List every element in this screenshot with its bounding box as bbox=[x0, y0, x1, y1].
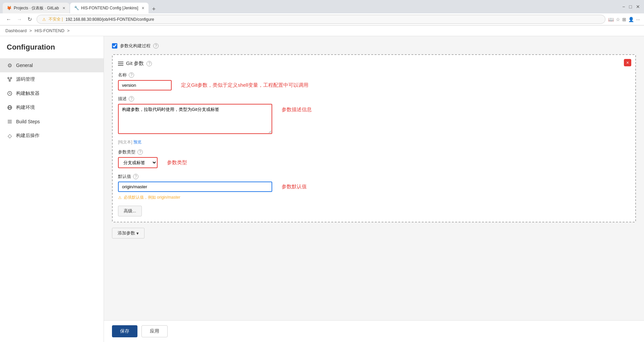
description-help-icon[interactable]: ? bbox=[129, 96, 134, 101]
description-label: 描述 ? bbox=[118, 96, 630, 102]
gear-icon: ⚙ bbox=[7, 62, 13, 68]
list-icon bbox=[7, 119, 13, 125]
default-value-annotation: 参数默认值 bbox=[282, 184, 307, 190]
sidebar-item-source[interactable]: 源码管理 bbox=[0, 72, 104, 86]
description-input-row: 构建参数，拉取代码时使用，类型为Git分支或标签 参数描述信息 bbox=[118, 104, 630, 134]
breadcrumb: Dashboard > HIS-FONTEND > bbox=[0, 25, 644, 36]
svg-line-7 bbox=[10, 93, 10, 94]
tab-close-btn[interactable]: ✕ bbox=[62, 6, 65, 10]
close-window-button[interactable]: ✕ bbox=[635, 3, 641, 11]
add-param-label: 添加参数 bbox=[118, 230, 135, 236]
name-field-group: 名称 ? 定义Git参数，类似于定义shell变量，工程配置中可以调用 bbox=[118, 72, 630, 90]
new-tab-button[interactable]: + bbox=[149, 5, 158, 13]
minimize-button[interactable]: − bbox=[621, 3, 626, 11]
preview-link[interactable]: 预览 bbox=[133, 140, 141, 144]
sidebar: Configuration ⚙ General 源码管理 构建触发器 bbox=[0, 36, 104, 342]
name-input[interactable] bbox=[118, 80, 172, 90]
tab-label: HIS-FONTEND Config [Jenkins] bbox=[81, 6, 138, 10]
card-help-icon[interactable]: ? bbox=[147, 61, 152, 66]
parametrize-row: 参数化构建过程 ? bbox=[112, 43, 636, 49]
parametrize-help-icon[interactable]: ? bbox=[153, 43, 159, 49]
preview-row: [纯文本] 预览 bbox=[118, 139, 630, 145]
tab-label: Projects · 仪表板 · GitLab bbox=[14, 5, 59, 11]
lock-icon: ⚠ bbox=[42, 17, 46, 22]
warning-text: 必填默认值，例如 origin/master bbox=[124, 195, 180, 200]
profile-icon: 👤 bbox=[628, 17, 634, 22]
name-help-icon[interactable]: ? bbox=[129, 72, 134, 78]
param-type-help-icon[interactable]: ? bbox=[137, 149, 143, 155]
window-controls: − □ ✕ bbox=[621, 3, 641, 11]
description-annotation: 参数描述信息 bbox=[282, 107, 312, 113]
param-type-annotation: 参数类型 bbox=[167, 159, 187, 166]
diamond-icon: ◇ bbox=[7, 133, 13, 139]
breadcrumb-sep2: > bbox=[67, 28, 70, 33]
forward-button[interactable]: → bbox=[15, 15, 24, 23]
param-type-select[interactable]: 分支或标签 分支 标签 修订版本 Pull Request bbox=[118, 157, 158, 168]
svg-line-3 bbox=[8, 79, 10, 80]
default-value-help-icon[interactable]: ? bbox=[133, 174, 138, 179]
svg-point-2 bbox=[9, 80, 10, 81]
parametrize-checkbox[interactable] bbox=[112, 43, 117, 49]
collections-icon: ⊞ bbox=[622, 17, 626, 22]
advanced-btn-row: 高级... bbox=[118, 206, 630, 216]
maximize-button[interactable]: □ bbox=[628, 3, 633, 11]
breadcrumb-his-fontend[interactable]: HIS-FONTEND bbox=[35, 28, 64, 33]
tab-jenkins[interactable]: 🔧 HIS-FONTEND Config [Jenkins] ✕ bbox=[70, 3, 149, 13]
default-value-label: 默认值 ? bbox=[118, 174, 630, 180]
param-type-field-group: 参数类型 ? 分支或标签 分支 标签 修订版本 Pull Request 参数类… bbox=[118, 149, 630, 168]
default-value-input[interactable] bbox=[118, 182, 272, 192]
nav-buttons: ← → ↻ bbox=[4, 15, 34, 23]
sidebar-item-build-steps[interactable]: Build Steps bbox=[0, 115, 104, 129]
bottom-actions: 保存 应用 bbox=[104, 320, 644, 342]
default-value-input-row: 参数默认值 bbox=[118, 182, 630, 192]
sidebar-item-triggers[interactable]: 构建触发器 bbox=[0, 86, 104, 100]
address-bar: ← → ↻ ⚠ 不安全 | 192.168.88.30:8080/job/HIS… bbox=[0, 13, 644, 25]
warning-icon: ⚠ bbox=[118, 195, 122, 200]
add-param-row: 添加参数 ▾ bbox=[112, 228, 636, 238]
url-prefix: 不安全 | bbox=[49, 16, 63, 22]
param-type-input-row: 分支或标签 分支 标签 修订版本 Pull Request 参数类型 bbox=[118, 157, 630, 168]
description-textarea[interactable]: 构建参数，拉取代码时使用，类型为Git分支或标签 bbox=[118, 104, 272, 134]
sidebar-item-label: Build Steps bbox=[16, 119, 40, 124]
sidebar-item-post-build[interactable]: ◇ 构建后操作 bbox=[0, 129, 104, 143]
url-text: 192.168.88.30:8080/job/HIS-FONTEND/confi… bbox=[65, 17, 154, 22]
name-label: 名称 ? bbox=[118, 72, 630, 78]
tab-gitlab[interactable]: 🦊 Projects · 仪表板 · GitLab ✕ bbox=[3, 3, 69, 13]
content-inner: 参数化构建过程 ? Git 参数 ? × bbox=[104, 36, 644, 265]
add-param-button[interactable]: 添加参数 ▾ bbox=[112, 228, 144, 238]
reload-button[interactable]: ↻ bbox=[25, 15, 34, 23]
clock-icon bbox=[7, 90, 13, 96]
globe-icon bbox=[7, 105, 13, 111]
sidebar-item-label: 构建触发器 bbox=[16, 90, 40, 96]
default-value-field-group: 默认值 ? 参数默认值 ⚠ 必填默认值，例如 origin/master bbox=[118, 174, 630, 200]
name-input-row: 定义Git参数，类似于定义shell变量，工程配置中可以调用 bbox=[118, 80, 630, 90]
reader-icon: 📖 bbox=[608, 17, 614, 22]
source-icon bbox=[7, 76, 13, 82]
dropdown-icon: ▾ bbox=[136, 231, 139, 236]
apply-button[interactable]: 应用 bbox=[141, 325, 168, 337]
advanced-button[interactable]: 高级... bbox=[118, 206, 142, 216]
card-close-button[interactable]: × bbox=[624, 59, 631, 66]
parametrize-label: 参数化构建过程 bbox=[120, 43, 151, 49]
url-bar[interactable]: ⚠ 不安全 | 192.168.88.30:8080/job/HIS-FONTE… bbox=[37, 15, 605, 24]
address-bar-icons: 📖 ☆ ⊞ 👤 ··· bbox=[608, 17, 640, 22]
content-area: 参数化构建过程 ? Git 参数 ? × bbox=[104, 36, 644, 342]
save-button[interactable]: 保存 bbox=[112, 325, 137, 337]
param-type-label: 参数类型 ? bbox=[118, 149, 630, 155]
sidebar-item-environment[interactable]: 构建环境 bbox=[0, 100, 104, 115]
warning-row: ⚠ 必填默认值，例如 origin/master bbox=[118, 195, 630, 200]
card-title: Git 参数 bbox=[126, 60, 144, 67]
tab-favicon: 🔧 bbox=[74, 6, 79, 10]
sidebar-item-label: 构建环境 bbox=[16, 105, 35, 111]
bookmark-icon: ☆ bbox=[616, 17, 620, 22]
breadcrumb-dashboard[interactable]: Dashboard bbox=[5, 28, 27, 33]
card-header: Git 参数 ? bbox=[118, 60, 630, 67]
tab-close-btn[interactable]: ✕ bbox=[141, 6, 144, 10]
main-layout: Configuration ⚙ General 源码管理 构建触发器 bbox=[0, 36, 644, 342]
sidebar-title: Configuration bbox=[0, 43, 104, 58]
drag-handle-icon[interactable] bbox=[118, 62, 123, 66]
svg-point-0 bbox=[8, 77, 9, 79]
tabs-container: 🦊 Projects · 仪表板 · GitLab ✕ 🔧 HIS-FONTEN… bbox=[3, 0, 617, 13]
back-button[interactable]: ← bbox=[4, 15, 13, 23]
sidebar-item-general[interactable]: ⚙ General bbox=[0, 58, 104, 72]
